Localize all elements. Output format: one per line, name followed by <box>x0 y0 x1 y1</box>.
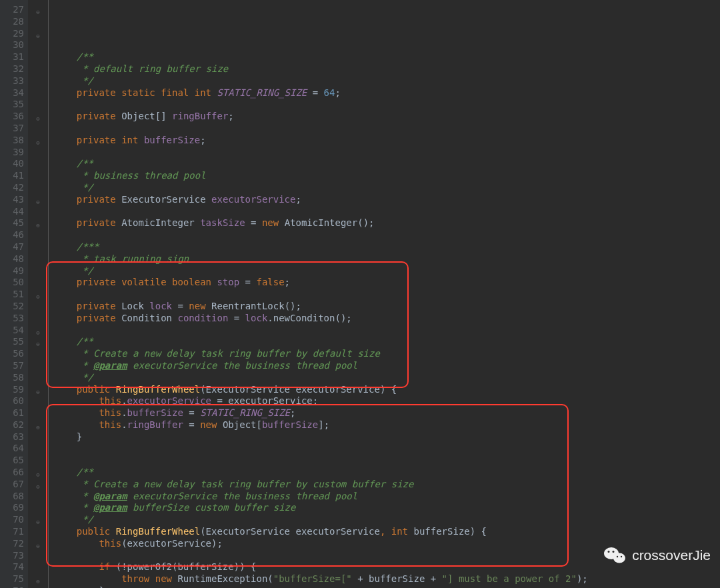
code-line[interactable]: /** <box>54 158 720 170</box>
code-line[interactable]: } <box>54 431 720 443</box>
line-number: 57 <box>0 360 24 372</box>
code-line[interactable] <box>54 99 720 111</box>
wechat-icon <box>603 545 627 565</box>
code-line[interactable]: */ <box>54 182 720 194</box>
line-number: 48 <box>0 253 24 265</box>
line-number: 33 <box>0 75 24 87</box>
code-line[interactable]: * task running sign <box>54 253 720 265</box>
code-line[interactable] <box>54 206 720 218</box>
code-line[interactable]: this.executorService = executorService; <box>54 395 720 407</box>
line-number: 29 <box>0 28 24 40</box>
line-number: 46 <box>0 229 24 241</box>
code-line[interactable]: /** <box>54 51 720 63</box>
fold-marker[interactable]: ⊖ <box>36 541 39 553</box>
code-line[interactable] <box>54 123 720 135</box>
line-number: 70 <box>0 514 24 526</box>
code-line[interactable]: * @param executorService the business th… <box>54 360 720 372</box>
fold-marker[interactable]: ⊖ <box>36 113 39 125</box>
line-number-gutter: 2728293031323334353637383940414243444546… <box>0 0 28 588</box>
line-number: 35 <box>0 99 24 111</box>
svg-point-5 <box>621 556 622 557</box>
fold-marker[interactable]: ⊖ <box>36 517 39 529</box>
code-line[interactable]: */ <box>54 265 720 277</box>
svg-point-1 <box>613 553 625 563</box>
code-line[interactable]: /** <box>54 467 720 479</box>
code-line[interactable] <box>54 289 720 301</box>
fold-marker[interactable]: ⊖ <box>36 291 39 303</box>
code-line[interactable]: private Lock lock = new ReentrantLock(); <box>54 301 720 313</box>
code-line[interactable]: * @param bufferSize custom buffer size <box>54 502 720 514</box>
line-number: 28 <box>0 16 24 28</box>
fold-gutter[interactable]: ⊖⊖⊖⊖⊖⊖⊖⊖⊖⊖⊖⊖⊖⊖⊖⊖ <box>28 0 49 588</box>
code-line[interactable]: /*** <box>54 241 720 253</box>
line-number: 63 <box>0 431 24 443</box>
code-line[interactable]: * default ring buffer size <box>54 63 720 75</box>
fold-marker[interactable]: ⊖ <box>36 339 39 351</box>
line-number: 45 <box>0 217 24 229</box>
fold-marker[interactable]: ⊖ <box>36 7 39 19</box>
code-line[interactable]: * @param executorService the business th… <box>54 491 720 503</box>
fold-marker[interactable]: ⊖ <box>36 220 39 232</box>
fold-marker[interactable]: ⊖ <box>36 422 39 434</box>
code-line[interactable]: private AtomicInteger taskSize = new Ato… <box>54 217 720 229</box>
code-line[interactable]: throw new RuntimeException("bufferSize=[… <box>54 573 720 585</box>
code-line[interactable] <box>54 455 720 467</box>
code-line[interactable]: */ <box>54 75 720 87</box>
line-number: 74 <box>0 561 24 573</box>
line-number: 51 <box>0 289 24 301</box>
code-line[interactable]: private Object[] ringBuffer; <box>54 111 720 123</box>
code-line[interactable]: this.ringBuffer = new Object[bufferSize]… <box>54 419 720 431</box>
code-line[interactable]: this.bufferSize = STATIC_RING_SIZE; <box>54 407 720 419</box>
fold-marker[interactable]: ⊖ <box>36 469 39 481</box>
line-number: 69 <box>0 502 24 514</box>
code-line[interactable]: /** <box>54 336 720 348</box>
code-line[interactable]: private volatile boolean stop = false; <box>54 277 720 289</box>
code-line[interactable]: private ExecutorService executorService; <box>54 194 720 206</box>
code-line[interactable] <box>54 325 720 337</box>
line-number: 44 <box>0 206 24 218</box>
line-number: 76 <box>0 585 24 588</box>
line-number: 73 <box>0 550 24 562</box>
line-number: 60 <box>0 395 24 407</box>
line-number: 49 <box>0 265 24 277</box>
line-number: 66 <box>0 467 24 479</box>
line-number: 61 <box>0 407 24 419</box>
code-line[interactable]: private Condition condition = lock.newCo… <box>54 313 720 325</box>
svg-point-2 <box>608 551 610 553</box>
line-number: 50 <box>0 277 24 289</box>
fold-marker[interactable]: ⊖ <box>36 481 39 493</box>
fold-marker[interactable]: ⊖ <box>36 197 39 209</box>
line-number: 27 <box>0 4 24 16</box>
code-line[interactable]: * Create a new delay task ring buffer by… <box>54 348 720 360</box>
fold-marker[interactable]: ⊖ <box>36 576 39 588</box>
code-line[interactable] <box>54 443 720 455</box>
code-editor[interactable]: 2728293031323334353637383940414243444546… <box>0 0 720 588</box>
fold-marker[interactable]: ⊖ <box>36 387 39 399</box>
watermark-text: crossoverJie <box>632 549 711 561</box>
fold-marker[interactable]: ⊖ <box>36 327 39 339</box>
code-line[interactable]: */ <box>54 372 720 384</box>
fold-marker[interactable]: ⊖ <box>36 31 39 43</box>
line-number: 41 <box>0 170 24 182</box>
line-number: 55 <box>0 336 24 348</box>
line-number: 34 <box>0 87 24 99</box>
code-line[interactable]: * Create a new delay task ring buffer by… <box>54 479 720 491</box>
fold-marker[interactable]: ⊖ <box>36 137 39 149</box>
line-number: 42 <box>0 182 24 194</box>
line-number: 43 <box>0 194 24 206</box>
code-line[interactable]: } <box>54 585 720 588</box>
svg-point-4 <box>617 556 618 557</box>
code-line[interactable]: */ <box>54 514 720 526</box>
line-number: 56 <box>0 348 24 360</box>
line-number: 54 <box>0 325 24 337</box>
code-line[interactable] <box>54 147 720 159</box>
line-number: 52 <box>0 301 24 313</box>
code-line[interactable]: private int bufferSize; <box>54 135 720 147</box>
line-number: 53 <box>0 313 24 325</box>
code-line[interactable]: * business thread pool <box>54 170 720 182</box>
code-line[interactable]: private static final int STATIC_RING_SIZ… <box>54 87 720 99</box>
code-line[interactable]: public RingBufferWheel(ExecutorService e… <box>54 384 720 396</box>
code-area[interactable]: /** * default ring buffer size */ privat… <box>49 0 720 588</box>
code-line[interactable] <box>54 229 720 241</box>
code-line[interactable]: public RingBufferWheel(ExecutorService e… <box>54 526 720 538</box>
